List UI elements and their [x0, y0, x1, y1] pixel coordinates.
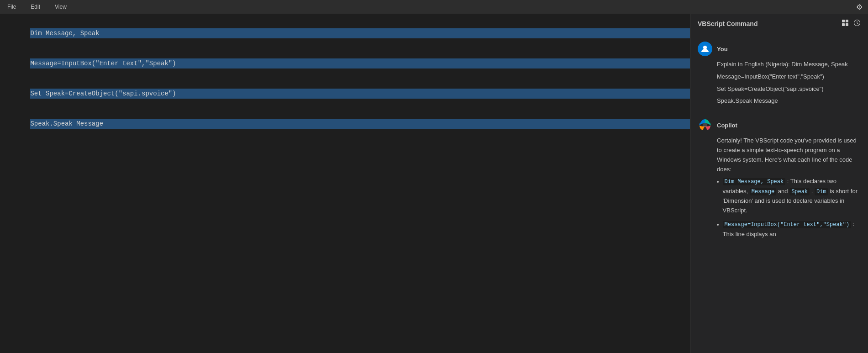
copilot-message-block: Copilot Certainly! The VBScript code you… [698, 118, 861, 243]
copilot-panel: VBScript Command [690, 14, 868, 353]
copilot-header: VBScript Command [690, 14, 868, 34]
bullet-item-1: • Dim Message, Speak : This declares two… [717, 177, 861, 215]
copilot-sender-label: Copilot [717, 122, 737, 129]
svg-point-5 [703, 123, 707, 127]
copilot-intro-text: Certainly! The VBScript code you've prov… [717, 136, 861, 174]
user-message-header: You [698, 42, 861, 56]
bullet-1-code4: Dim [815, 188, 828, 195]
code-line-3: Set Speak=CreateObject("sapi.spvoice") [7, 79, 683, 109]
copilot-messages: You Explain in English (Nigeria): Dim Me… [690, 34, 868, 353]
menu-edit[interactable]: Edit [27, 2, 44, 12]
menu-bar: File Edit View ⚙ [0, 0, 868, 14]
bullet-1-content: Dim Message, Speak : This declares two v… [723, 177, 861, 215]
bullet-dot-2: • [717, 221, 719, 230]
user-body-line3: Set Speak=CreateObject("sapi.spvoice") [717, 84, 861, 94]
user-sender-label: You [717, 46, 728, 53]
user-body-line4: Speak.Speak Message [717, 96, 861, 106]
code-line-2: Message=InputBox("Enter text","Speak") [7, 48, 683, 79]
bullet-1-code1: Dim Message, Speak [723, 178, 786, 185]
code-line-4: Speak.Speak Message [7, 109, 683, 139]
main-content: Dim Message, Speak Message=InputBox("Ent… [0, 14, 868, 353]
copilot-bullet-list: • Dim Message, Speak : This declares two… [717, 177, 861, 239]
user-message-body: Explain in English (Nigeria): Dim Messag… [698, 60, 861, 109]
menu-file[interactable]: File [4, 2, 20, 12]
code-editor[interactable]: Dim Message, Speak Message=InputBox("Ent… [0, 14, 690, 353]
bullet-1-text2: and [778, 188, 789, 195]
svg-rect-0 [842, 20, 845, 22]
grid-icon[interactable] [842, 19, 849, 28]
selected-code-1: Dim Message, Speak [30, 28, 690, 38]
settings-icon[interactable]: ⚙ [856, 3, 863, 11]
copilot-message-header: Copilot [698, 118, 861, 132]
history-icon[interactable] [853, 19, 861, 28]
copilot-header-actions [842, 19, 861, 28]
copilot-panel-title: VBScript Command [698, 20, 758, 27]
copilot-message-body: Certainly! The VBScript code you've prov… [698, 136, 861, 243]
code-line-1: Dim Message, Speak [7, 18, 683, 48]
menu-view[interactable]: View [51, 2, 70, 12]
selected-code-2: Message=InputBox("Enter text","Speak") [30, 58, 690, 68]
bullet-dot-1: • [717, 178, 719, 187]
user-avatar [698, 42, 712, 56]
bullet-item-2: • Message=InputBox("Enter text","Speak")… [717, 220, 861, 239]
bullet-2-code1: Message=InputBox("Enter text","Speak") [723, 221, 852, 228]
user-body-line2: Message=InputBox("Enter text","Speak") [717, 72, 861, 82]
svg-rect-2 [842, 23, 845, 26]
selected-code-3: Set Speak=CreateObject("sapi.spvoice") [30, 89, 690, 99]
svg-rect-3 [846, 23, 848, 26]
user-message-block: You Explain in English (Nigeria): Dim Me… [698, 42, 861, 109]
copilot-avatar [698, 118, 712, 132]
user-body-line1: Explain in English (Nigeria): Dim Messag… [717, 60, 861, 69]
bullet-1-text3: . [811, 188, 815, 195]
selected-code-4: Speak.Speak Message [30, 119, 690, 129]
bullet-2-content: Message=InputBox("Enter text","Speak") :… [723, 220, 861, 239]
svg-rect-1 [846, 20, 848, 22]
svg-point-4 [703, 46, 707, 49]
bullet-1-code3: Speak [789, 188, 810, 195]
bullet-1-code2: Message [750, 188, 776, 195]
